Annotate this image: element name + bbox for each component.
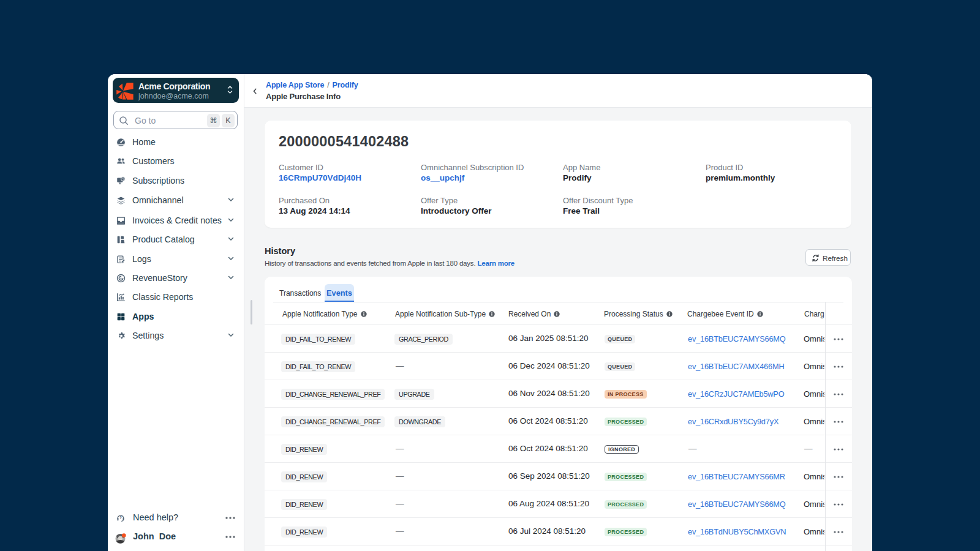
svg-text:?: ? (119, 515, 122, 520)
